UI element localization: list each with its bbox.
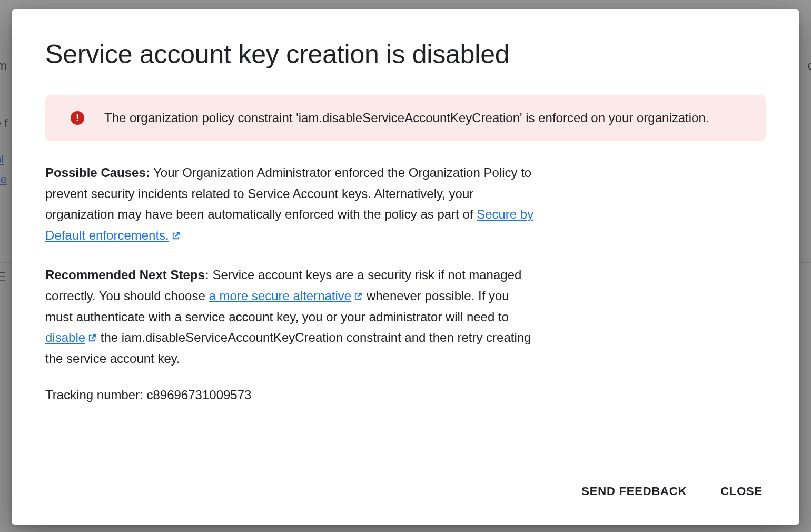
tracking-value: c89696731009573 — [147, 388, 252, 402]
send-feedback-button[interactable]: SEND FEEDBACK — [578, 479, 690, 504]
possible-causes-paragraph: Possible Causes: Your Organization Admin… — [45, 162, 535, 245]
close-button[interactable]: CLOSE — [717, 479, 766, 504]
recommended-next-steps-paragraph: Recommended Next Steps: Service account … — [45, 264, 535, 369]
tracking-number: Tracking number: c89696731009573 — [45, 388, 535, 402]
open-in-new-icon — [171, 231, 181, 241]
error-icon: ! — [71, 111, 84, 125]
secure-alternative-link[interactable]: a more secure alternative — [209, 289, 363, 303]
next-steps-text: the iam.disableServiceAccountKeyCreation… — [45, 330, 531, 366]
error-alert: ! The organization policy constraint 'ia… — [45, 95, 766, 141]
dialog-title: Service account key creation is disabled — [45, 39, 766, 70]
disable-constraint-link[interactable]: disable — [45, 330, 97, 344]
error-alert-message: The organization policy constraint 'iam.… — [104, 111, 709, 125]
error-dialog: Service account key creation is disabled… — [12, 9, 799, 525]
dialog-body: Possible Causes: Your Organization Admin… — [45, 162, 535, 402]
recommended-next-steps-label: Recommended Next Steps: — [45, 268, 209, 282]
open-in-new-icon — [87, 333, 97, 343]
possible-causes-label: Possible Causes: — [45, 165, 150, 180]
dialog-actions: SEND FEEDBACK CLOSE — [45, 464, 766, 504]
open-in-new-icon — [353, 292, 363, 301]
tracking-label: Tracking number: — [45, 388, 147, 402]
link-text: a more secure alternative — [209, 289, 351, 303]
link-text: disable — [45, 330, 85, 344]
